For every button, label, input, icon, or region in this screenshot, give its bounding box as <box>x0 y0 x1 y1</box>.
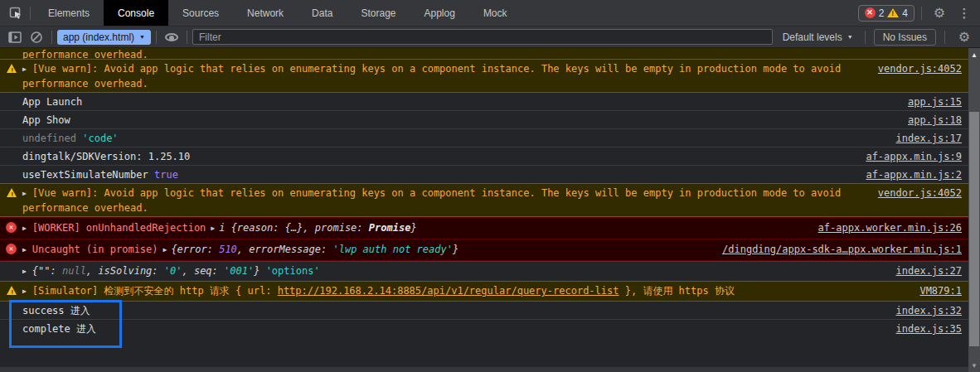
warning-icon <box>7 64 17 73</box>
source-link[interactable]: VM879:1 <box>919 284 962 297</box>
divider <box>156 31 157 44</box>
source-link[interactable]: af-appx.worker.min.js:26 <box>818 221 962 234</box>
chevron-down-icon: ▼ <box>139 34 145 40</box>
no-issues-button[interactable]: No Issues <box>874 29 936 46</box>
tabbar-right: ✕ 2 4 ⚙ ⋮ <box>858 2 975 24</box>
source-link[interactable]: index.js:35 <box>896 322 962 336</box>
expand-caret-icon[interactable]: ▶ <box>22 285 27 298</box>
console-message: performance overhead. <box>0 48 968 60</box>
message-text: undefined 'code' <box>22 132 885 145</box>
expand-caret-icon[interactable]: ▶ <box>22 187 27 200</box>
expand-caret-icon[interactable]: ▶ <box>22 222 27 235</box>
message-segment: undefined <box>22 133 82 144</box>
tab-sources[interactable]: Sources <box>168 0 233 26</box>
source-link[interactable]: vendor.js:4052 <box>878 186 962 200</box>
settings-gear-icon[interactable]: ⚙ <box>929 2 950 24</box>
message-text: App Show <box>22 114 896 127</box>
expand-caret-icon[interactable]: ▶ <box>163 244 167 257</box>
scrollbar-thumb[interactable] <box>969 112 979 346</box>
source-link[interactable]: app.js:18 <box>908 114 962 127</box>
console-message: undefined 'code'index.js:17 <box>0 128 968 147</box>
message-segment: 510 <box>219 244 237 255</box>
tab-applog[interactable]: Applog <box>410 0 469 26</box>
expand-caret-icon[interactable]: ▶ <box>22 244 27 257</box>
vertical-scrollbar[interactable]: ▲ ▼ <box>968 48 980 372</box>
console-message: ▶[Vue warn]: Avoid app logic that relies… <box>0 183 968 217</box>
context-selector[interactable]: app (index.html) ▼ <box>57 30 151 45</box>
message-segment: [Simulator] 检测到不安全的 http 请求 { url: <box>32 285 278 297</box>
source-link[interactable]: index.js:17 <box>896 132 962 145</box>
message-segment: {error: <box>171 244 219 255</box>
message-text: dingtalk/SDKVersion: 1.25.10 <box>22 150 854 163</box>
source-link[interactable]: index.js:32 <box>896 304 962 317</box>
tab-storage[interactable]: Storage <box>347 0 410 26</box>
message-segment: [Vue warn]: Avoid app logic that relies … <box>22 63 841 89</box>
scrollbar-up-icon[interactable]: ▲ <box>968 51 980 59</box>
clear-console-icon[interactable] <box>27 28 46 46</box>
message-segment: success 进入 <box>22 305 90 316</box>
source-link[interactable]: af-appx.min.js:2 <box>866 168 962 181</box>
message-segment: 'lwp auth not ready' <box>332 244 453 255</box>
tab-data[interactable]: Data <box>298 0 347 26</box>
scrollbar-down-icon[interactable]: ▼ <box>968 362 980 370</box>
warning-icon <box>7 286 17 295</box>
divider <box>30 7 31 20</box>
message-text: useTextSimulateNumber true <box>22 168 854 181</box>
warning-count-icon <box>887 8 899 17</box>
console-message: dingtalk/SDKVersion: 1.25.10af-appx.min.… <box>0 147 968 165</box>
bottom-strip <box>0 367 968 372</box>
console-sidebar-icon[interactable] <box>5 28 25 46</box>
message-text: success 进入 <box>22 304 885 317</box>
filter-input[interactable] <box>192 29 773 45</box>
live-expression-eye-icon[interactable] <box>162 28 182 46</box>
url-link[interactable]: http://192.168.2.14:8885/api/v1/regular/… <box>278 285 619 297</box>
message-segment: Promise <box>369 222 411 234</box>
tab-console[interactable]: Console <box>104 0 168 26</box>
message-text: ▶[WORKER] onUnhandledRejection▶i {reason… <box>22 221 807 236</box>
message-segment: }, 请使用 https 协议 <box>619 285 734 297</box>
divider <box>921 7 922 20</box>
tab-elements[interactable]: Elements <box>34 0 104 26</box>
error-count-icon: ✕ <box>865 7 876 18</box>
message-segment: null <box>62 265 86 277</box>
source-link[interactable]: af-appx.min.js:9 <box>866 150 962 163</box>
expand-caret-icon[interactable]: ▶ <box>22 265 27 278</box>
tab-mock[interactable]: Mock <box>469 0 522 26</box>
inspect-element-icon[interactable] <box>5 2 27 24</box>
issues-counter[interactable]: ✕ 2 4 <box>858 5 915 22</box>
message-segment: } <box>410 222 416 234</box>
message-segment: Uncaught (in promise) <box>32 244 158 255</box>
source-link[interactable]: vendor.js:4052 <box>878 62 962 75</box>
message-text: App Launch <box>22 95 896 109</box>
source-link[interactable]: /dingding/appx-sdk-a…ppx.worker.min.js:1 <box>722 243 962 256</box>
warning-icon <box>7 188 17 197</box>
console-message: App Showapp.js:18 <box>0 110 968 128</box>
message-segment: } <box>453 244 458 255</box>
devtools-tabbar: ElementsConsoleSourcesNetworkDataStorage… <box>0 0 980 27</box>
source-link[interactable]: index.js:27 <box>896 264 962 278</box>
more-options-icon[interactable]: ⋮ <box>953 2 975 24</box>
tab-network[interactable]: Network <box>233 0 298 26</box>
console-message: ✕▶[WORKER] onUnhandledRejection▶i {reaso… <box>0 217 968 239</box>
expand-caret-icon[interactable]: ▶ <box>22 63 27 76</box>
divider <box>187 31 187 44</box>
console-message: success 进入index.js:32 <box>0 302 968 319</box>
error-icon: ✕ <box>6 222 17 233</box>
console-message: ▶{"": null, isSolving: '0', seq: '001'} … <box>0 261 968 281</box>
message-segment: true <box>154 169 178 181</box>
message-segment: 'code' <box>82 133 118 144</box>
expand-caret-icon[interactable]: ▶ <box>211 222 215 235</box>
console-settings-gear-icon[interactable]: ⚙ <box>953 27 975 48</box>
message-segment: useTextSimulateNumber <box>22 169 154 181</box>
message-segment: performance overhead. <box>22 49 148 60</box>
message-segment: '0' <box>164 265 182 277</box>
message-segment: [Vue warn]: Avoid app logic that relies … <box>22 187 841 214</box>
devtools-window: ElementsConsoleSourcesNetworkDataStorage… <box>0 0 980 372</box>
source-link[interactable]: app.js:15 <box>908 95 962 109</box>
message-segment: , isSolving: <box>86 265 164 277</box>
console-messages: performance overhead.▶[Vue warn]: Avoid … <box>0 48 980 372</box>
log-levels-dropdown[interactable]: Default levels ▼ <box>779 30 856 45</box>
message-segment: {reason: {…}, promise: <box>225 222 368 234</box>
console-message: App Launchapp.js:15 <box>0 93 968 110</box>
message-segment: complete 进入 <box>22 323 96 335</box>
